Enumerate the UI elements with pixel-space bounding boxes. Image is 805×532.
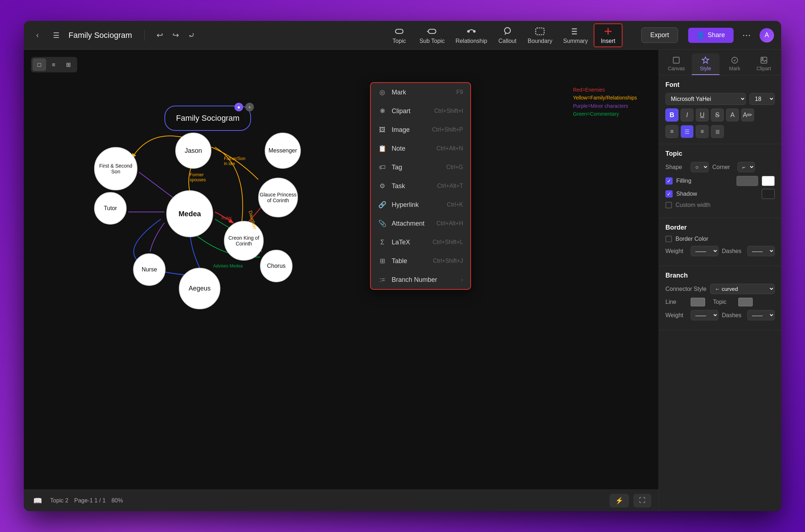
border-weight-select[interactable]: —— [691, 246, 718, 256]
node-creon[interactable]: Creon King of Corinth [224, 221, 264, 261]
node-nurse[interactable]: Nurse [133, 253, 166, 286]
tab-canvas[interactable]: Canvas [663, 53, 690, 75]
italic-button[interactable]: I [681, 108, 694, 121]
branch-weight-label: Weight [665, 312, 687, 319]
topic-label: Topic [713, 299, 735, 305]
document-title: Family Sociogram [69, 31, 132, 40]
menu-item-note[interactable]: 📋 Note Ctrl+Alt+N [371, 139, 470, 158]
branch-dashes-select[interactable]: —— [747, 310, 775, 320]
align-left-button[interactable]: ≡ [665, 125, 678, 138]
view-canvas-btn[interactable]: □ [32, 58, 46, 71]
branch-number-icon: := [378, 275, 387, 284]
topic-section-title: Topic [665, 150, 775, 158]
view-map-btn[interactable]: ⊞ [61, 58, 76, 71]
back-button[interactable]: ‹ [31, 29, 44, 42]
node-chorus[interactable]: Chorus [260, 250, 292, 282]
topic-section: Topic Shape ○□◇ Corner ⌐○ ✓ Filling [659, 144, 781, 218]
share-button[interactable]: 👤 Share [688, 28, 734, 43]
menu-item-mark[interactable]: ◎ Mark F9 [371, 83, 470, 102]
menu-item-latex[interactable]: Σ LaTeX Ctrl+Shift+L [371, 233, 470, 252]
custom-width-checkbox[interactable] [665, 202, 672, 208]
shadow-checkbox[interactable]: ✓ [665, 190, 673, 198]
border-dashes-select[interactable]: —— [747, 246, 775, 256]
menu-button[interactable]: ☰ [50, 29, 63, 42]
connector-row: Connector Style ← curved [665, 284, 775, 294]
avatar[interactable]: A [760, 28, 774, 43]
node-first-second-son[interactable]: First & Second Son [94, 147, 137, 190]
corner-select[interactable]: ⌐○ [738, 162, 755, 172]
menu-item-branch-number[interactable]: := Branch Number › [371, 270, 470, 289]
border-weight-row: Weight —— Dashes —— [665, 246, 775, 256]
history-button[interactable]: ⤾ [185, 29, 198, 42]
toolbar-summary[interactable]: Summary [558, 24, 593, 46]
topic-color-swatch[interactable] [738, 298, 753, 306]
node-glauce[interactable]: Glauce Princess of Corinth [258, 178, 298, 217]
filling-color-swatch[interactable] [736, 176, 758, 186]
font-highlight-button[interactable]: A✏ [741, 108, 754, 121]
main-toolbar: Topic Sub Topic Relationship Callout Bou… [385, 23, 623, 47]
underline-button[interactable]: U [696, 108, 709, 121]
node-add-icon[interactable]: + [245, 103, 254, 111]
mindmap-canvas: Red=Enemies Yellow=Family/Relationships … [24, 50, 659, 511]
tab-clipart[interactable]: Clipart [750, 53, 778, 75]
toolbar-subtopic[interactable]: Sub Topic [414, 24, 450, 46]
toolbar-callout[interactable]: Callout [493, 24, 522, 46]
strikethrough-button[interactable]: S [711, 108, 724, 121]
toolbar-topic[interactable]: Topic [385, 24, 414, 46]
right-panel: Canvas Style Mark Clipart Font [659, 50, 781, 511]
line-color-swatch[interactable] [691, 298, 705, 306]
toolbar-relationship[interactable]: Relationship [450, 24, 492, 46]
grid-button[interactable]: ⋯ [739, 27, 754, 43]
toolbar-boundary[interactable]: Boundary [523, 24, 558, 46]
branch-weight-select[interactable]: —— [691, 310, 718, 320]
align-center-button[interactable]: ☰ [681, 125, 694, 138]
align-justify-button[interactable]: ≣ [711, 125, 724, 138]
menu-item-clipart[interactable]: ❋ Clipart Ctrl+Shift+I [371, 102, 470, 120]
menu-item-image[interactable]: 🖼 Image Ctrl+Shift+P [371, 120, 470, 139]
menu-item-attachment[interactable]: 📎 Attachment Ctrl+Alt+H [371, 214, 470, 233]
export-button[interactable]: Export [641, 27, 678, 43]
align-right-button[interactable]: ≡ [696, 125, 709, 138]
node-jason[interactable]: Jason [175, 133, 211, 169]
node-tutor[interactable]: Tutor [94, 192, 127, 225]
share-icon: 👤 [697, 31, 705, 39]
svg-rect-1 [428, 29, 436, 34]
redo-button[interactable]: ↪ [169, 29, 182, 42]
border-color-checkbox[interactable] [665, 236, 672, 242]
node-medea[interactable]: Medea [166, 190, 213, 237]
font-color-button[interactable]: A [726, 108, 739, 121]
menu-item-task[interactable]: ⚙ Task Ctrl+Alt+T [371, 177, 470, 195]
font-size-select[interactable]: 18 [749, 93, 775, 105]
node-aegeus[interactable]: Aegeus [179, 268, 220, 309]
canvas-area[interactable]: □ ≡ ⊞ Red=Enemies Yellow=Family/Relation… [24, 50, 659, 511]
toolbar-insert[interactable]: Insert [594, 23, 623, 47]
menu-item-hyperlink[interactable]: 🔗 Hyperlink Ctrl+K [371, 195, 470, 214]
tab-style[interactable]: Style [692, 53, 720, 75]
menu-item-table[interactable]: ⊞ Table Ctrl+Shift+J [371, 252, 470, 270]
fullscreen-button[interactable]: ⛶ [633, 494, 651, 507]
attachment-icon: 📎 [378, 219, 387, 228]
app-window: ‹ ☰ Family Sociogram ↩ ↪ ⤾ Topic Sub Top… [24, 21, 781, 511]
shadow-color-swatch[interactable] [762, 189, 775, 199]
map-button[interactable]: 📖 [31, 494, 44, 507]
font-family-select[interactable]: Microsoft YaHei [665, 93, 746, 105]
node-color-icon[interactable]: ● [234, 103, 243, 111]
view-list-btn[interactable]: ≡ [47, 58, 60, 71]
border-section-title: Border [665, 224, 775, 231]
filling-white-swatch[interactable] [762, 176, 775, 186]
bottom-right-actions: ⚡ ⛶ [610, 494, 651, 507]
tab-mark[interactable]: Mark [721, 53, 749, 75]
filling-checkbox[interactable]: ✓ [665, 177, 673, 185]
zoom-level: 80% [111, 497, 123, 504]
shape-select[interactable]: ○□◇ [691, 162, 709, 172]
bold-button[interactable]: B [665, 108, 678, 121]
clipart-icon: ❋ [378, 107, 387, 115]
lightning-button[interactable]: ⚡ [610, 494, 629, 507]
node-messenger[interactable]: Messenger [265, 133, 301, 169]
main-node[interactable]: Family Sociogram + ● [164, 106, 251, 131]
branch-section-title: Branch [665, 272, 775, 279]
connector-select[interactable]: ← curved [710, 284, 775, 294]
undo-button[interactable]: ↩ [153, 29, 166, 42]
menu-item-tag[interactable]: 🏷 Tag Ctrl+G [371, 158, 470, 177]
svg-rect-6 [536, 28, 544, 35]
